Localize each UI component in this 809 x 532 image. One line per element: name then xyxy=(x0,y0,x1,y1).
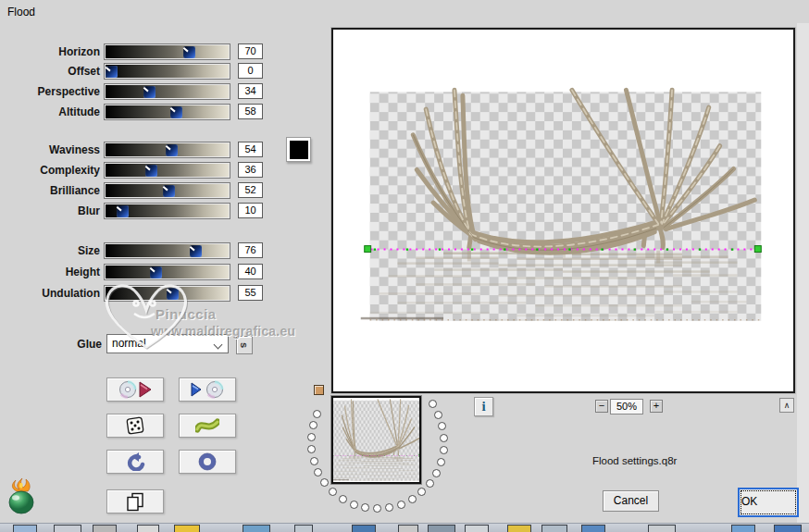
slider-thumb[interactable] xyxy=(167,288,179,300)
memory-dot[interactable] xyxy=(307,433,316,441)
save-settings-button[interactable] xyxy=(179,377,236,402)
slider-value-horizon[interactable]: 70 xyxy=(238,43,263,59)
slider-size[interactable] xyxy=(105,243,230,258)
slider-altitude[interactable] xyxy=(105,105,230,119)
memory-dot[interactable] xyxy=(313,410,321,418)
taskbar-icon[interactable] xyxy=(13,525,37,532)
slider-label-perspective: Perspective xyxy=(6,84,100,99)
slider-value-offset[interactable]: 0 xyxy=(238,63,263,79)
memory-dot[interactable] xyxy=(426,479,434,488)
wave-style-button[interactable] xyxy=(179,414,236,438)
zoom-in-button[interactable]: + xyxy=(650,400,663,413)
taskbar-icon[interactable] xyxy=(541,525,567,532)
panel-toggle-button[interactable]: ∧ xyxy=(779,398,794,413)
memory-dot-saved[interactable] xyxy=(314,385,324,395)
taskbar-sliver xyxy=(0,523,809,532)
slider-offset[interactable] xyxy=(105,64,230,79)
taskbar-icon[interactable] xyxy=(581,525,605,532)
memory-dot[interactable] xyxy=(373,504,381,513)
memory-dot[interactable] xyxy=(438,422,446,430)
undo-button[interactable] xyxy=(106,450,164,474)
memory-dot[interactable] xyxy=(320,478,329,487)
slider-horizon[interactable] xyxy=(105,44,230,59)
glue-dropdown[interactable]: normal xyxy=(106,334,229,353)
slider-blur[interactable] xyxy=(105,204,230,218)
slider-label-waviness: Waviness xyxy=(6,142,100,157)
memory-dot[interactable] xyxy=(437,458,445,466)
info-button[interactable]: i xyxy=(474,397,493,416)
memory-dot[interactable] xyxy=(417,488,426,496)
reset-button[interactable] xyxy=(179,450,236,474)
load-settings-button[interactable] xyxy=(106,377,164,402)
slider-perspective[interactable] xyxy=(105,84,230,99)
memory-dot[interactable] xyxy=(440,434,448,442)
memory-dot[interactable] xyxy=(432,469,441,477)
memory-dot[interactable] xyxy=(361,503,369,512)
memory-dot[interactable] xyxy=(307,445,316,453)
copy-settings-button[interactable] xyxy=(106,489,164,513)
memory-dot[interactable] xyxy=(329,488,337,496)
taskbar-icon[interactable] xyxy=(774,525,802,532)
ok-button[interactable]: OK xyxy=(738,488,799,517)
slider-thumb[interactable] xyxy=(166,144,178,156)
zoom-out-button[interactable]: − xyxy=(595,400,608,413)
ok-button-label: OK xyxy=(741,490,796,514)
memory-dot[interactable] xyxy=(397,501,405,509)
slider-value-height[interactable]: 40 xyxy=(238,264,263,279)
taskbar-icon[interactable] xyxy=(507,525,531,532)
slider-thumb[interactable] xyxy=(145,165,157,177)
taskbar-icon[interactable] xyxy=(465,525,489,532)
slider-value-waviness[interactable]: 54 xyxy=(238,142,263,157)
slider-waviness[interactable] xyxy=(105,142,230,157)
chevron-down-icon xyxy=(215,341,222,349)
cancel-button[interactable]: Cancel xyxy=(603,490,659,512)
memory-dot[interactable] xyxy=(314,468,322,476)
slider-thumb[interactable] xyxy=(150,266,162,278)
slider-value-complexity[interactable]: 36 xyxy=(238,162,263,178)
slider-thumb[interactable] xyxy=(183,46,195,58)
slider-value-undulation[interactable]: 55 xyxy=(238,285,263,301)
taskbar-icon[interactable] xyxy=(352,525,376,532)
slider-value-size[interactable]: 76 xyxy=(238,242,263,258)
memory-dot[interactable] xyxy=(434,411,442,419)
slider-thumb[interactable] xyxy=(190,245,202,257)
slider-thumb[interactable] xyxy=(143,86,156,98)
slider-thumb[interactable] xyxy=(163,185,175,197)
slider-value-blur[interactable]: 10 xyxy=(238,203,263,218)
glue-cycle-button[interactable]: s xyxy=(236,336,253,354)
slider-thumb[interactable] xyxy=(170,106,182,118)
taskbar-icon[interactable] xyxy=(294,525,313,532)
memory-dot[interactable] xyxy=(350,501,358,509)
memory-dot[interactable] xyxy=(309,421,317,429)
randomize-button[interactable] xyxy=(106,414,164,438)
taskbar-icon[interactable] xyxy=(93,525,117,532)
slider-value-perspective[interactable]: 34 xyxy=(238,83,263,99)
preview-thumbnail[interactable] xyxy=(331,396,421,484)
memory-dot[interactable] xyxy=(385,503,393,512)
water-color-swatch[interactable] xyxy=(286,137,311,162)
taskbar-icon[interactable] xyxy=(174,525,200,532)
slider-value-altitude[interactable]: 58 xyxy=(238,104,263,119)
slider-undulation[interactable] xyxy=(105,286,230,301)
taskbar-icon[interactable] xyxy=(137,525,159,532)
slider-label-complexity: Complexity xyxy=(6,163,100,178)
taskbar-icon[interactable] xyxy=(648,525,676,532)
memory-dot[interactable] xyxy=(339,495,347,503)
slider-value-brilliance[interactable]: 52 xyxy=(238,182,263,198)
memory-dot[interactable] xyxy=(408,495,417,503)
slider-complexity[interactable] xyxy=(105,163,230,178)
taskbar-icon[interactable] xyxy=(731,525,755,532)
taskbar-icon[interactable] xyxy=(54,525,81,532)
memory-dot[interactable] xyxy=(429,400,437,408)
slider-height[interactable] xyxy=(105,265,230,279)
taskbar-icon[interactable] xyxy=(398,525,418,532)
preview-canvas[interactable] xyxy=(331,28,795,393)
memory-dot[interactable] xyxy=(440,446,448,454)
slider-thumb[interactable] xyxy=(106,66,118,78)
plus-icon: + xyxy=(653,400,659,411)
memory-dot[interactable] xyxy=(310,457,318,465)
taskbar-icon[interactable] xyxy=(243,525,270,532)
slider-thumb[interactable] xyxy=(117,205,129,217)
slider-brilliance[interactable] xyxy=(105,183,230,198)
taskbar-icon[interactable] xyxy=(428,525,455,532)
